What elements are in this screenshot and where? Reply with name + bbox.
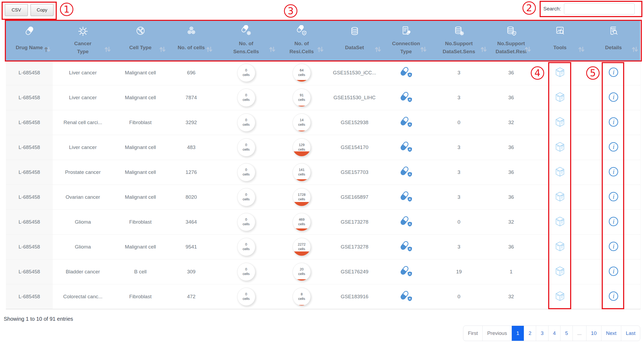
details-info-icon[interactable]: i [607, 265, 620, 277]
sort-icon-no-of-resi-cells[interactable] [316, 46, 324, 54]
cell-details: i [587, 284, 640, 309]
cell-cancer-type: Prostate cancer [53, 160, 113, 185]
connection-pill-shield-icon: R [399, 290, 413, 302]
tools-box-icon[interactable] [554, 190, 566, 203]
column-header-tools[interactable]: Tools [533, 21, 587, 60]
page-last[interactable]: Last [621, 326, 640, 341]
table-row: L-685458Ovarian cancerMalignant cell8020… [6, 185, 640, 210]
csv-button[interactable]: CSV [5, 4, 28, 16]
cell-cell-type: Malignant cell [113, 235, 168, 259]
page-10[interactable]: 10 [586, 326, 601, 341]
cell-cell-type: Malignant cell [113, 60, 168, 85]
sort-icon-connection-type[interactable] [419, 46, 427, 54]
sort-icon-no-of-cells[interactable] [205, 46, 213, 54]
cell-details: i [587, 235, 640, 259]
sort-icon-dataset[interactable] [374, 46, 382, 54]
column-header-dataset[interactable]: DataSet [326, 21, 383, 60]
details-info-icon[interactable]: i [607, 91, 620, 103]
cell-cell-type: Malignant cell [113, 135, 168, 160]
copy-button[interactable]: Copy [31, 4, 54, 16]
cell-sens-cells: 0cells [215, 85, 278, 110]
column-label-no-of-sens-cells: No. of Sens.Cells [233, 37, 259, 60]
cell-tools [533, 185, 587, 210]
tools-box-icon[interactable] [554, 265, 566, 277]
column-header-no-support-dataset-resi[interactable]: RNo.Support DataSet.Resi [489, 21, 533, 60]
document-pill-icon [400, 25, 412, 37]
cell-resi-cells: 129cells [278, 135, 326, 160]
tools-box-icon[interactable] [554, 66, 566, 78]
column-header-no-support-dataset-sens[interactable]: No.Support DataSet.Sens [429, 21, 489, 60]
database-shield-icon: R [506, 25, 517, 37]
column-label-cell-type: Cell Type [129, 37, 151, 60]
cell-cancer-type: Bladder cancer [53, 259, 113, 284]
page-5[interactable]: 5 [560, 326, 573, 341]
tools-box-icon[interactable] [554, 116, 566, 128]
cell-sens-cells: 0cells [215, 210, 278, 235]
cell-no-of-cells: 8020 [168, 185, 215, 210]
cell-dataset: GSE154170 [326, 135, 383, 160]
page-2[interactable]: 2 [524, 326, 536, 341]
connection-pill-shield-icon: R [399, 265, 413, 277]
database-gear-icon [453, 25, 465, 37]
cell-tools [533, 210, 587, 235]
tools-box-icon[interactable] [554, 91, 566, 103]
tools-box-icon[interactable] [554, 290, 566, 302]
column-header-no-of-sens-cells[interactable]: No. of Sens.Cells [215, 21, 278, 60]
sort-icon-cell-type[interactable] [158, 46, 166, 54]
tools-box-icon[interactable] [554, 240, 566, 253]
cell-resi-cells: 8cells [278, 284, 326, 309]
page-3[interactable]: 3 [536, 326, 548, 341]
sort-icon-no-support-dataset-sens[interactable] [480, 46, 488, 54]
details-info-icon[interactable]: i [607, 190, 620, 203]
column-header-cancer-type[interactable]: Cancer Type [53, 21, 113, 60]
column-header-cell-type[interactable]: Cell Type [113, 21, 168, 60]
pill-shield-icon: R [296, 25, 307, 37]
table-row: L-685458Renal cell carci...Fibroblast329… [6, 110, 640, 135]
cell-no-of-cells: 483 [168, 135, 215, 160]
details-info-icon[interactable]: i [607, 290, 620, 302]
details-info-icon[interactable]: i [607, 166, 620, 178]
cell-resi-cells: 469cells [278, 210, 326, 235]
resi-cells-badge: 8cells [293, 288, 311, 306]
cancer-cell-icon [77, 25, 89, 37]
column-header-drug-name[interactable]: Drug Name [6, 21, 53, 60]
cell-details: i [587, 160, 640, 185]
sort-icon-details[interactable] [631, 46, 639, 54]
search-input[interactable] [564, 3, 635, 14]
pill-icon [24, 25, 35, 37]
column-header-no-of-resi-cells[interactable]: RNo. of Resi.Cells [278, 21, 326, 60]
cell-cancer-type: Renal cell carci... [53, 110, 113, 135]
cell-no-of-cells: 309 [168, 259, 215, 284]
column-header-connection-type[interactable]: Connection Type [383, 21, 429, 60]
details-info-icon[interactable]: i [607, 215, 620, 228]
details-info-icon[interactable]: i [607, 66, 620, 78]
sort-icon-drug-name[interactable] [43, 46, 51, 54]
sort-icon-no-support-dataset-resi[interactable] [524, 46, 532, 54]
page-1[interactable]: 1 [512, 326, 524, 341]
resi-cells-badge: 91cells [293, 89, 311, 107]
cell-drug-name: L-685458 [6, 110, 53, 135]
cell-no-of-cells: 1276 [168, 160, 215, 185]
column-header-details[interactable]: Details [587, 21, 640, 60]
tools-box-icon[interactable] [554, 166, 566, 178]
cell-details: i [587, 135, 640, 160]
details-info-icon[interactable]: i [607, 141, 620, 153]
details-info-icon[interactable]: i [607, 116, 620, 128]
details-info-icon[interactable]: i [607, 240, 620, 253]
tools-box-icon[interactable] [554, 215, 566, 228]
page-4[interactable]: 4 [548, 326, 561, 341]
cell-connection-type: R [383, 210, 429, 235]
cell-drug-name: L-685458 [6, 135, 53, 160]
cell-dataset: GSE157703 [326, 160, 383, 185]
tools-box-icon[interactable] [554, 141, 566, 153]
column-header-no-of-cells[interactable]: No. of cells [168, 21, 215, 60]
sort-icon-tools[interactable] [577, 46, 585, 54]
cell-cancer-type: Glioma [53, 235, 113, 259]
connection-pill-shield-icon: R [399, 141, 413, 153]
cell-drug-name: L-685458 [6, 60, 53, 85]
cell-tools [533, 235, 587, 259]
sort-icon-cancer-type[interactable] [104, 46, 112, 54]
sort-icon-no-of-sens-cells[interactable] [268, 46, 276, 54]
cell-connection-type: R [383, 60, 429, 85]
page-next[interactable]: Next [601, 326, 621, 341]
